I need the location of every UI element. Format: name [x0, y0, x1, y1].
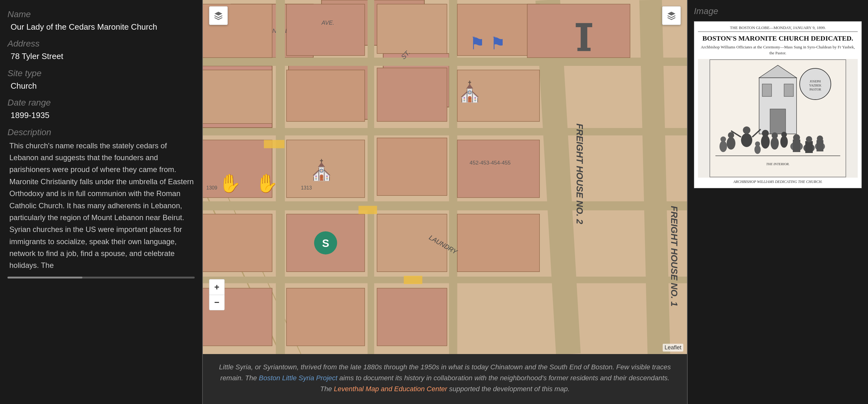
caption-area: Little Syria, or Syriantown, thrived fro… [203, 354, 687, 404]
svg-point-89 [720, 137, 726, 142]
newspaper-image: THE BOSTON GLOBE—MONDAY, JANUARY 9, 1899… [694, 21, 862, 188]
svg-text:✋: ✋ [219, 173, 242, 194]
svg-text:FREIGHT HOUSE NO. 1: FREIGHT HOUSE NO. 1 [669, 206, 679, 306]
svg-rect-37 [377, 138, 447, 196]
map-svg: HARVARD BLDG. HUDSON BLDG. [203, 0, 687, 354]
svg-text:YAZBEK: YAZBEK [809, 84, 822, 87]
svg-text:⚑: ⚑ [490, 34, 505, 53]
svg-point-87 [728, 132, 734, 138]
svg-text:1313: 1313 [301, 185, 312, 191]
newspaper-caption: ARCHBISHOP WILLIAMS DEDICATING THE CHURC… [698, 179, 858, 184]
svg-rect-30 [203, 70, 272, 123]
description-text: This church's name recalls the stately c… [9, 140, 195, 271]
name-label: Name [7, 9, 195, 19]
site-type-value: Church [10, 80, 195, 91]
svg-text:1309: 1309 [206, 185, 217, 191]
svg-rect-70 [576, 23, 592, 27]
svg-text:THE INTERIOR.: THE INTERIOR. [766, 162, 789, 166]
svg-point-91 [762, 130, 769, 137]
layers-button-2[interactable] [662, 6, 681, 25]
svg-point-106 [755, 141, 760, 146]
leventhal-map-link[interactable]: Leventhal Map and Education Center [334, 385, 447, 393]
svg-point-104 [817, 136, 823, 142]
newspaper-title: BOSTON'S MARONITE CHURCH DEDICATED. [698, 34, 858, 42]
zoom-controls: + − [209, 279, 225, 310]
svg-point-93 [772, 133, 778, 139]
center-panel: HARVARD BLDG. HUDSON BLDG. [203, 0, 687, 404]
svg-rect-26 [377, 4, 447, 53]
svg-rect-76 [762, 84, 772, 96]
zoom-out-button[interactable]: − [209, 295, 225, 310]
svg-rect-97 [793, 140, 800, 152]
svg-rect-103 [816, 140, 824, 151]
svg-text:⛪: ⛪ [457, 80, 482, 104]
layers-icon [214, 11, 223, 20]
svg-point-101 [806, 136, 812, 142]
svg-rect-43 [457, 214, 540, 272]
scroll-indicator[interactable] [7, 277, 195, 279]
svg-text:AVE.: AVE. [321, 19, 334, 26]
newspaper-header: THE BOSTON GLOBE—MONDAY, JANUARY 9, 1899… [698, 25, 858, 32]
svg-rect-75 [770, 109, 786, 134]
svg-text:PASTOR: PASTOR [809, 88, 821, 91]
layers-icon-2 [667, 11, 676, 20]
svg-line-18 [651, 0, 659, 354]
scroll-thumb [7, 277, 82, 279]
svg-rect-25 [286, 4, 365, 56]
svg-text:✋: ✋ [255, 173, 278, 194]
svg-rect-46 [286, 288, 365, 346]
svg-rect-71 [578, 48, 591, 51]
site-type-label: Site type [7, 68, 195, 78]
svg-rect-40 [203, 214, 272, 272]
svg-point-86 [727, 137, 735, 149]
svg-point-90 [761, 135, 770, 149]
address-value: 78 Tyler Street [10, 51, 195, 62]
layers-button[interactable] [209, 6, 228, 25]
svg-rect-47 [377, 288, 447, 346]
svg-text:JOSEPH: JOSEPH [810, 80, 821, 83]
svg-point-82 [741, 133, 752, 147]
svg-text:452-453-454-455: 452-453-454-455 [470, 160, 510, 166]
newspaper-illustration: JOSEPH YAZBEK PASTOR [698, 59, 858, 178]
svg-rect-58 [264, 140, 284, 148]
svg-rect-77 [784, 84, 794, 96]
info-panel: Name Our Lady of the Cedars Maronite Chu… [0, 0, 203, 404]
svg-rect-38 [457, 140, 540, 198]
name-value: Our Lady of the Cedars Maronite Church [10, 21, 195, 32]
leaflet-credit: Leaflet [663, 344, 683, 351]
svg-point-92 [771, 137, 779, 149]
svg-point-98 [793, 134, 800, 141]
newspaper-subtitle: Archbishop Williams Officiates at the Ce… [698, 44, 858, 56]
svg-rect-59 [359, 206, 377, 214]
svg-text:⚑: ⚑ [470, 34, 485, 53]
right-panel: Image THE BOSTON GLOBE—MONDAY, JANUARY 9… [687, 0, 868, 404]
svg-point-83 [743, 126, 750, 134]
newspaper-drawing: JOSEPH YAZBEK PASTOR [709, 59, 846, 178]
svg-text:S: S [322, 237, 329, 249]
svg-rect-31 [286, 70, 365, 121]
svg-text:⛪: ⛪ [309, 158, 334, 182]
map-container[interactable]: HARVARD BLDG. HUDSON BLDG. [203, 0, 687, 354]
svg-point-94 [780, 136, 788, 148]
svg-rect-32 [377, 68, 447, 121]
svg-point-105 [754, 145, 761, 154]
date-range-value: 1899-1935 [10, 110, 195, 121]
address-label: Address [7, 39, 195, 49]
svg-rect-100 [805, 141, 813, 153]
svg-rect-60 [404, 276, 422, 284]
svg-text:FREIGHT HOUSE NO. 2: FREIGHT HOUSE NO. 2 [575, 124, 585, 224]
svg-point-88 [719, 141, 727, 152]
caption-text-3: supported the development of this map. [447, 385, 570, 393]
boston-little-syria-link[interactable]: Boston Little Syria Project [259, 374, 338, 382]
svg-point-95 [781, 132, 787, 137]
svg-rect-69 [581, 25, 587, 49]
image-label: Image [694, 6, 862, 16]
date-range-label: Date range [7, 98, 195, 108]
description-label: Description [7, 127, 195, 137]
caption-text: Little Syria, or Syriantown, thrived fro… [215, 362, 675, 395]
zoom-in-button[interactable]: + [209, 279, 225, 295]
